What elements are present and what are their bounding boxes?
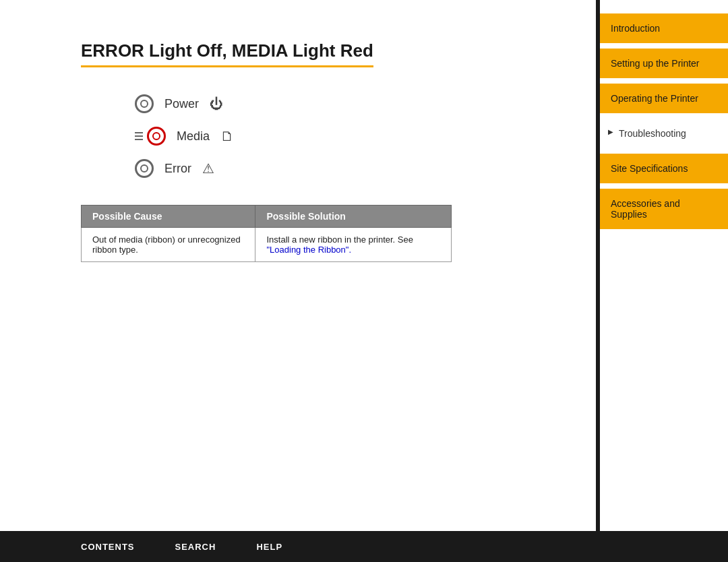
content-area: ERROR Light Off, MEDIA Light Red Power ⏻: [0, 0, 596, 531]
help-button[interactable]: HELP: [256, 542, 282, 552]
search-button[interactable]: SEARCH: [175, 542, 216, 552]
power-light-icon: [135, 94, 154, 113]
table-header-cause: Possible Cause: [82, 206, 255, 228]
sidebar-item-setting-up[interactable]: Setting up the Printer: [600, 49, 728, 78]
sidebar-item-troubleshooting[interactable]: Troubleshooting: [600, 119, 728, 148]
sidebar-item-operating[interactable]: Operating the Printer: [600, 84, 728, 113]
sidebar-item-introduction[interactable]: Introduction: [600, 13, 728, 43]
table-cell-cause: Out of media (ribbon) or unrecognized ri…: [82, 228, 255, 262]
indicators-section: Power ⏻ Media 🗋 Error: [135, 94, 555, 178]
page-title: ERROR Light Off, MEDIA Light Red: [81, 40, 373, 67]
cause-solution-table: Possible Cause Possible Solution Out of …: [81, 205, 452, 262]
loading-ribbon-link[interactable]: "Loading the Ribbon".: [266, 245, 351, 255]
table-header-solution: Possible Solution: [255, 206, 452, 228]
media-doc-icon: 🗋: [220, 129, 234, 144]
media-indicator-row: Media 🗋: [135, 127, 555, 146]
error-indicator-row: Error ⚠: [135, 159, 555, 178]
contents-button[interactable]: CONTENTS: [81, 542, 135, 552]
power-symbol-icon: ⏻: [210, 96, 223, 112]
table-cell-solution: Install a new ribbon in the printer. See…: [255, 228, 452, 262]
error-light-icon: [135, 159, 154, 178]
warning-triangle-icon: ⚠: [202, 160, 214, 177]
media-light-icon: [147, 127, 166, 146]
media-lines-icon: [135, 132, 143, 140]
media-label: Media: [177, 129, 210, 144]
sidebar-item-site-specs[interactable]: Site Specifications: [600, 154, 728, 183]
table-row: Out of media (ribbon) or unrecognized ri…: [82, 228, 452, 262]
sidebar: Introduction Setting up the Printer Oper…: [600, 0, 728, 531]
sidebar-item-accessories[interactable]: Accessories and Supplies: [600, 189, 728, 229]
media-icon-wrapper: [135, 127, 166, 146]
bottom-toolbar: CONTENTS SEARCH HELP: [0, 531, 728, 562]
power-label: Power: [164, 97, 199, 111]
power-indicator-row: Power ⏻: [135, 94, 555, 113]
solution-text: Install a new ribbon in the printer. See: [266, 235, 413, 245]
error-label: Error: [164, 162, 191, 176]
